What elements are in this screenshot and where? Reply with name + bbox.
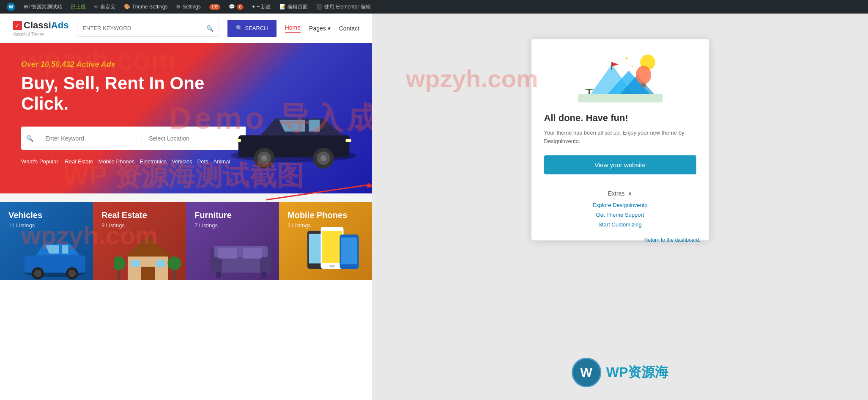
wp-brand-text: WP资源海	[606, 363, 669, 382]
logo-first: Classi	[24, 20, 51, 30]
cat-mobilephones-title: Mobile Phones	[288, 210, 347, 220]
success-title: All done. Have fun!	[544, 113, 696, 124]
arrow-indicator	[262, 179, 372, 204]
nav-contact[interactable]: Contact	[339, 25, 359, 32]
svg-rect-32	[261, 272, 266, 278]
hero-search-icon: 🔍	[21, 135, 38, 142]
realestate-illustration	[114, 229, 182, 280]
wp-admin-bar: W WP资源海测试站 已上线 ✏ 自定义 🎨 Theme Settings ⚙ …	[0, 0, 868, 14]
logo-second: Ads	[51, 20, 69, 30]
svg-point-22	[114, 257, 125, 270]
svg-rect-36	[322, 231, 342, 263]
cat-realestate-title: Real Estate	[101, 210, 147, 220]
status-online: 已上线	[67, 0, 89, 14]
elementor-icon: ⬛	[316, 4, 323, 10]
svg-text:✦: ✦	[631, 65, 634, 69]
start-customizing-link[interactable]: Start Customizing	[544, 221, 696, 228]
hero-keyword-input[interactable]	[38, 135, 142, 142]
search-btn-icon: 🔍	[236, 25, 243, 31]
popular-tag-mobilephones[interactable]: Mobile Phones	[99, 158, 135, 165]
customize-item[interactable]: ✏ 自定义	[91, 0, 119, 14]
settings-icon: ⚙	[176, 4, 181, 10]
success-illustration: ✦ ✦	[544, 52, 696, 104]
svg-rect-19	[131, 260, 140, 267]
svg-point-24	[167, 257, 181, 270]
success-description: Your theme has been all set up. Enjoy yo…	[544, 129, 696, 145]
wp-logo-item[interactable]: W	[3, 0, 19, 14]
new-post-item[interactable]: + + 新建	[249, 0, 274, 14]
get-theme-support-link[interactable]: Get Theme Support	[544, 212, 696, 218]
popular-tag-electronics[interactable]: Electronics	[140, 158, 167, 165]
settings-item[interactable]: ⚙ Settings	[173, 0, 204, 14]
extras-links: Explore Designinvento Get Theme Support …	[544, 202, 696, 228]
svg-rect-57	[578, 94, 663, 102]
cat-realestate-count: 9 Listings	[101, 222, 125, 229]
svg-rect-30	[243, 248, 262, 259]
hero-car-illustration	[220, 98, 368, 172]
svg-rect-18	[141, 267, 155, 280]
wp-logo: W	[7, 3, 15, 11]
hero-section: Demo 导入成功！ WP 资源海测试截图 Over 10,56,432 Act…	[0, 43, 372, 193]
svg-rect-48	[611, 62, 612, 70]
header-search-icon: 🔍	[201, 25, 219, 32]
updates-item[interactable]: 199	[206, 0, 224, 14]
comments-item[interactable]: 💬 0	[225, 0, 247, 14]
classiads-header: ✓ ClassiAds classified Theme 🔍 🔍 SEARCH …	[0, 14, 372, 43]
elementor-item[interactable]: ⬛ 使用 Elementor 编辑	[313, 0, 374, 14]
header-search-bar[interactable]: 🔍	[77, 20, 219, 37]
popular-label: What's Popular:	[21, 158, 60, 165]
svg-point-50	[636, 66, 651, 84]
return-to-dashboard-link[interactable]: Return to the dashboard.	[523, 237, 701, 243]
comment-icon: 💬	[229, 4, 235, 10]
website-preview: wpzyh.com ✓ ClassiAds classified Theme 🔍…	[0, 14, 372, 400]
popular-tag-pets[interactable]: Pets	[197, 158, 208, 165]
explore-designinvento-link[interactable]: Explore Designinvento	[544, 202, 696, 208]
svg-rect-37	[329, 265, 335, 267]
svg-rect-39	[341, 237, 357, 264]
logo-text: ClassiAds	[24, 20, 68, 31]
svg-marker-16	[124, 236, 172, 257]
svg-point-54	[585, 55, 597, 62]
plus-icon: +	[252, 4, 255, 10]
category-card-realestate[interactable]: Real Estate 9 Listings	[93, 202, 186, 280]
main-area: wpzyh.com ✓ ClassiAds classified Theme 🔍…	[0, 14, 868, 400]
cat-vehicles-count: 11 Listings	[8, 222, 35, 229]
svg-rect-9	[236, 139, 241, 142]
popular-tag-vehicles[interactable]: Vehicles	[172, 158, 192, 165]
svg-point-15	[68, 270, 76, 277]
header-search-button[interactable]: 🔍 SEARCH	[227, 20, 277, 37]
right-panel: ✦ ✦ All done. Have fun! Your theme has b…	[372, 14, 868, 400]
view-website-button[interactable]: View your website	[544, 155, 696, 174]
svg-marker-47	[584, 89, 594, 90]
site-name-item[interactable]: WP资源海测试站	[20, 0, 66, 14]
svg-point-7	[320, 155, 326, 161]
chevron-down-icon: ▾	[328, 25, 331, 32]
header-nav: Home Pages ▾ Contact	[285, 24, 359, 33]
hero-heading: Buy, Sell, Rent In One Click.	[21, 73, 233, 114]
popular-tag-realestate[interactable]: Real Estate	[65, 158, 93, 165]
svg-rect-31	[216, 272, 221, 278]
nav-pages[interactable]: Pages ▾	[309, 25, 331, 32]
watermark-right-wpzyh: wpzyh.com	[406, 64, 538, 93]
nav-home[interactable]: Home	[285, 24, 301, 33]
cat-furniture-title: Furniture	[194, 210, 232, 220]
updates-badge: 199	[209, 4, 221, 10]
classiads-logo: ✓ ClassiAds classified Theme	[13, 20, 68, 36]
svg-line-40	[266, 185, 368, 200]
category-card-mobilephones[interactable]: Mobile Phones 3 Listings	[279, 202, 372, 280]
svg-rect-51	[641, 83, 646, 87]
svg-rect-29	[218, 248, 237, 259]
wp-brand: W WP资源海	[572, 358, 669, 387]
theme-icon: 🎨	[124, 4, 130, 10]
site-name: WP资源海测试站	[24, 3, 62, 11]
cat-vehicles-title: Vehicles	[8, 210, 42, 220]
category-card-furniture[interactable]: Furniture 7 Listings	[186, 202, 279, 280]
edit-page-item[interactable]: 📝 编辑页面	[276, 0, 311, 14]
pencil-icon: ✏	[94, 4, 99, 10]
header-search-input[interactable]	[77, 25, 201, 31]
wp-circle-logo: W	[572, 358, 601, 387]
theme-settings-item[interactable]: 🎨 Theme Settings	[120, 0, 171, 14]
category-grid: Vehicles 11 Listings Real Estate 9 Listi…	[0, 193, 372, 280]
hero-tagline: Over 10,56,432 Active Ads	[21, 60, 351, 69]
category-card-vehicles[interactable]: Vehicles 11 Listings	[0, 202, 93, 280]
